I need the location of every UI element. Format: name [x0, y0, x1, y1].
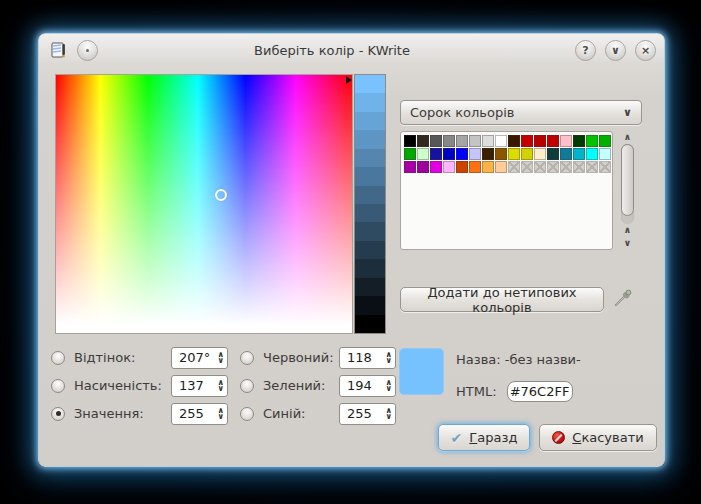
palette-swatch[interactable]	[456, 161, 468, 173]
add-to-custom-colors-button[interactable]: Додати до нетипових кольорів	[400, 287, 604, 312]
palette-swatch-empty[interactable]	[599, 161, 611, 173]
palette-swatch[interactable]	[469, 135, 481, 147]
value-radio[interactable]	[51, 407, 65, 421]
cancel-button[interactable]: Скасувати	[539, 424, 657, 451]
palette-swatch[interactable]	[495, 161, 507, 173]
palette-swatch[interactable]	[547, 148, 559, 160]
palette-swatch[interactable]	[599, 148, 611, 160]
eyedropper-button[interactable]	[610, 285, 636, 311]
hue-saturation-field[interactable]	[55, 74, 353, 334]
red-spinbox[interactable]: 118 ∧∨	[339, 347, 396, 369]
palette-swatch[interactable]	[456, 148, 468, 160]
palette-swatch[interactable]	[443, 135, 455, 147]
spinner-arrows-icon[interactable]: ∧∨	[218, 352, 225, 364]
help-button[interactable]: ?	[575, 40, 596, 61]
name-value: -без назви-	[505, 352, 581, 367]
name-label: Назва:	[456, 352, 501, 367]
spinner-arrows-icon[interactable]: ∧∨	[218, 408, 225, 420]
palette-swatch[interactable]	[430, 161, 442, 173]
ok-button[interactable]: ✔ Гаразд	[438, 424, 530, 451]
color-cursor[interactable]	[215, 189, 227, 201]
scroll-up-icon[interactable]: ∧	[624, 224, 631, 237]
desktop-background: Виберіть колір - KWrite ? ∨ × Сорок коль…	[0, 0, 701, 504]
palette-swatch[interactable]	[482, 161, 494, 173]
titlebar-buttons: ? ∨ ×	[566, 40, 656, 61]
palette-swatch[interactable]	[495, 135, 507, 147]
palette-swatch-empty[interactable]	[560, 161, 572, 173]
palette-swatch[interactable]	[534, 135, 546, 147]
palette-swatch[interactable]	[482, 135, 494, 147]
green-spinbox[interactable]: 194 ∧∨	[339, 375, 396, 397]
scrollbar-thumb[interactable]	[621, 144, 634, 216]
palette-swatch[interactable]	[430, 135, 442, 147]
scroll-up-icon[interactable]: ∧	[624, 131, 631, 144]
value-spinbox[interactable]: 255 ∧∨	[171, 403, 228, 425]
saturation-radio[interactable]	[51, 379, 65, 393]
palette-swatch[interactable]	[417, 148, 429, 160]
palette-swatch[interactable]	[443, 148, 455, 160]
green-radio[interactable]	[240, 379, 254, 393]
html-color-input[interactable]	[507, 381, 573, 402]
titlebar[interactable]: Виберіть колір - KWrite ? ∨ ×	[39, 34, 664, 66]
blue-spinbox[interactable]: 255 ∧∨	[339, 403, 396, 425]
palette-swatch[interactable]	[482, 148, 494, 160]
palette-swatch[interactable]	[508, 148, 520, 160]
palette-swatch[interactable]	[417, 161, 429, 173]
slider-position-arrow-icon[interactable]	[346, 76, 352, 84]
hue-row: Відтінок: 207° ∧∨ Червоний: 118 ∧∨	[51, 346, 396, 369]
palette-swatch[interactable]	[521, 135, 533, 147]
shade-button[interactable]: ∨	[605, 40, 626, 61]
blue-radio[interactable]	[240, 407, 254, 421]
close-button[interactable]: ×	[635, 40, 656, 61]
spinner-arrows-icon[interactable]: ∧∨	[386, 408, 393, 420]
chevron-down-icon: ∨	[623, 106, 632, 119]
palette-swatch[interactable]	[443, 161, 455, 173]
palette-swatch[interactable]	[456, 135, 468, 147]
palette-swatch[interactable]	[417, 135, 429, 147]
scroll-down-icon[interactable]: ∨	[624, 237, 631, 250]
palette-swatch[interactable]	[508, 135, 520, 147]
pin-dot-icon	[86, 49, 89, 52]
palette-swatch[interactable]	[404, 161, 416, 173]
palette-swatch-empty[interactable]	[508, 161, 520, 173]
palette-swatch-empty[interactable]	[586, 161, 598, 173]
palette-swatch[interactable]	[430, 148, 442, 160]
value-slider[interactable]	[354, 74, 386, 334]
spinner-arrows-icon[interactable]: ∧∨	[386, 352, 393, 364]
blue-label: Синій:	[263, 406, 339, 421]
palette-swatch[interactable]	[547, 135, 559, 147]
palette-swatch-empty[interactable]	[521, 161, 533, 173]
palette-scrollbar[interactable]: ∧ ∧ ∨	[619, 131, 636, 250]
palette-swatch[interactable]	[586, 135, 598, 147]
html-line: HTML:	[456, 381, 573, 402]
scrollbar-track[interactable]	[621, 144, 634, 224]
palette-select-combobox[interactable]: Сорок кольорів ∨	[400, 100, 642, 125]
palette-swatch[interactable]	[534, 148, 546, 160]
palette-swatch[interactable]	[469, 161, 481, 173]
palette-swatch-empty[interactable]	[547, 161, 559, 173]
palette-swatch[interactable]	[560, 148, 572, 160]
hue-radio[interactable]	[51, 351, 65, 365]
palette-swatch-empty[interactable]	[534, 161, 546, 173]
palette-swatch[interactable]	[404, 148, 416, 160]
palette-swatch[interactable]	[521, 148, 533, 160]
palette-swatch[interactable]	[573, 135, 585, 147]
palette-swatch[interactable]	[469, 148, 481, 160]
palette-swatch-empty[interactable]	[573, 161, 585, 173]
pin-button[interactable]	[77, 40, 98, 61]
palette-swatch[interactable]	[404, 135, 416, 147]
spinner-arrows-icon[interactable]: ∧∨	[386, 380, 393, 392]
green-label: Зелений:	[263, 378, 339, 393]
help-icon: ?	[582, 45, 588, 56]
palette-swatch[interactable]	[599, 135, 611, 147]
spinner-arrows-icon[interactable]: ∧∨	[218, 380, 225, 392]
palette-swatch[interactable]	[560, 135, 572, 147]
check-icon: ✔	[451, 431, 463, 445]
hue-spinbox[interactable]: 207° ∧∨	[171, 347, 228, 369]
palette-swatch[interactable]	[573, 148, 585, 160]
cancel-icon	[552, 431, 565, 444]
palette-swatch[interactable]	[495, 148, 507, 160]
palette-swatch[interactable]	[586, 148, 598, 160]
saturation-spinbox[interactable]: 137 ∧∨	[171, 375, 228, 397]
red-radio[interactable]	[240, 351, 254, 365]
